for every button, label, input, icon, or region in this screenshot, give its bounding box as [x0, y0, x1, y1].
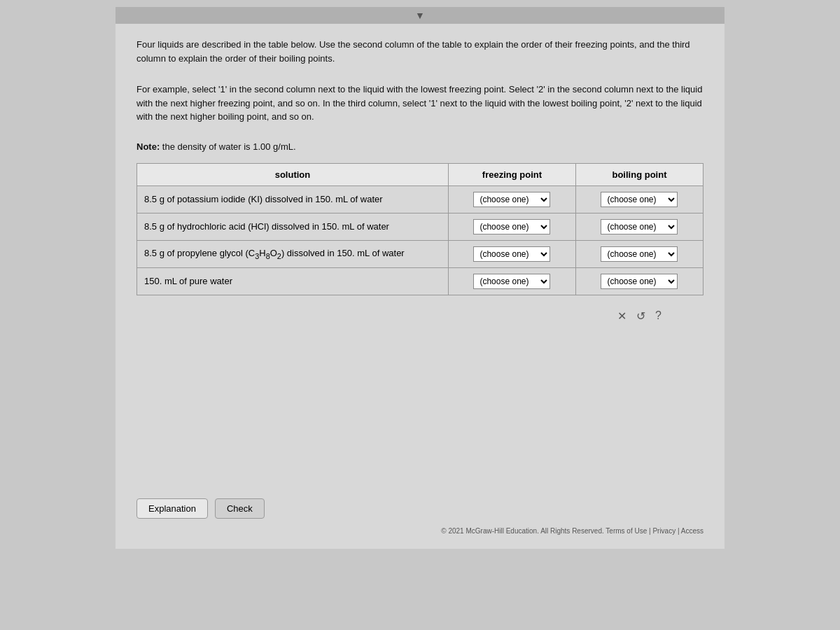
boiling-select-ki[interactable]: (choose one) 1 2 3 4	[601, 192, 678, 207]
table-header-row: solution freezing point boiling point	[137, 163, 704, 186]
top-chevron-bar: ▼	[115, 7, 724, 24]
footer-copyright: © 2021 McGraw-Hill Education. All Rights…	[441, 527, 704, 535]
solution-label-ki: 8.5 g of potassium iodide (KI) dissolved…	[137, 186, 449, 213]
page-wrapper: ▼ Four liquids are described in the tabl…	[0, 0, 840, 630]
instruction-paragraph-2: For example, select '1' in the second co…	[136, 83, 704, 124]
table-row: 8.5 g of propylene glycol (C3H8O2) disso…	[137, 240, 704, 267]
solution-label-hcl: 8.5 g of hydrochloric acid (HCl) dissolv…	[137, 213, 449, 240]
boiling-select-cell-ki: (choose one) 1 2 3 4	[575, 186, 703, 213]
help-button[interactable]: ?	[655, 309, 662, 322]
freezing-select-cell-water: (choose one) 1 2 3 4	[448, 267, 575, 295]
button-row: Explanation Check	[136, 498, 265, 519]
note-text: Note: the density of water is 1.00 g/mL.	[136, 141, 704, 152]
boiling-select-hcl[interactable]: (choose one) 1 2 3 4	[601, 219, 678, 234]
table-row: 150. mL of pure water (choose one) 1 2 3…	[137, 267, 704, 295]
table-row: 8.5 g of hydrochloric acid (HCl) dissolv…	[137, 213, 704, 240]
freezing-select-cell-hcl: (choose one) 1 2 3 4	[448, 213, 575, 240]
boiling-select-cell-hcl: (choose one) 1 2 3 4	[575, 213, 703, 240]
table-row: 8.5 g of potassium iodide (KI) dissolved…	[137, 186, 704, 213]
solutions-table: solution freezing point boiling point 8.…	[136, 163, 704, 295]
freezing-select-cell-ki: (choose one) 1 2 3 4	[448, 186, 575, 213]
chevron-down-icon: ▼	[415, 10, 425, 21]
boiling-select-cell-water: (choose one) 1 2 3 4	[575, 267, 703, 295]
col-header-boiling: boiling point	[575, 163, 703, 186]
instruction-paragraph-1: Four liquids are described in the table …	[136, 38, 704, 65]
boiling-select-water[interactable]: (choose one) 1 2 3 4	[601, 274, 678, 289]
col-header-solution: solution	[137, 163, 449, 186]
check-button[interactable]: Check	[215, 498, 265, 519]
explanation-button[interactable]: Explanation	[136, 498, 208, 519]
close-button[interactable]: ✕	[617, 309, 626, 323]
reset-button[interactable]: ↺	[636, 309, 645, 323]
col-header-freezing: freezing point	[448, 163, 575, 186]
content-area: Four liquids are described in the table …	[115, 24, 724, 549]
freezing-select-pg[interactable]: (choose one) 1 2 3 4	[473, 246, 550, 262]
freezing-select-hcl[interactable]: (choose one) 1 2 3 4	[473, 219, 550, 234]
boiling-select-pg[interactable]: (choose one) 1 2 3 4	[601, 246, 678, 262]
freezing-select-ki[interactable]: (choose one) 1 2 3 4	[473, 192, 550, 207]
solution-label-water: 150. mL of pure water	[137, 267, 449, 295]
solution-label-pg: 8.5 g of propylene glycol (C3H8O2) disso…	[137, 240, 449, 267]
footer-area: Explanation Check © 2021 McGraw-Hill Edu…	[115, 498, 724, 535]
action-icons-area: ✕ ↺ ?	[136, 304, 704, 323]
freezing-select-water[interactable]: (choose one) 1 2 3 4	[473, 274, 550, 289]
boiling-select-cell-pg: (choose one) 1 2 3 4	[575, 240, 703, 267]
freezing-select-cell-pg: (choose one) 1 2 3 4	[448, 240, 575, 267]
action-icons-group: ✕ ↺ ?	[617, 309, 662, 323]
